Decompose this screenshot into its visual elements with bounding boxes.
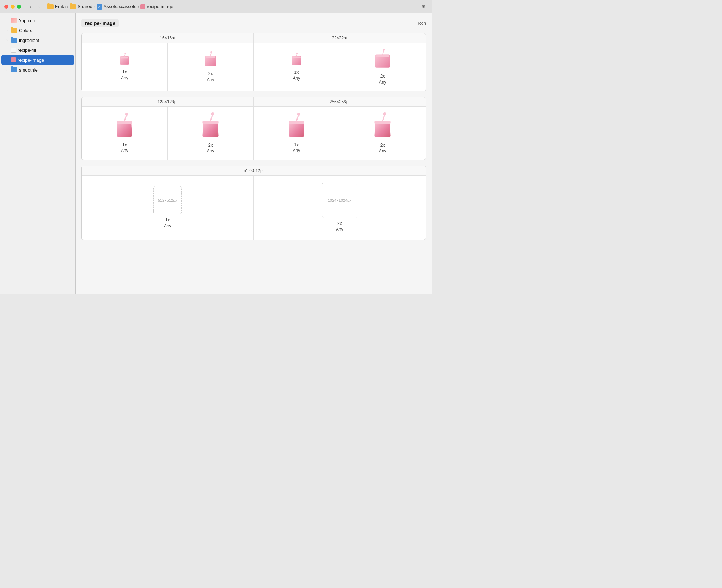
- back-button[interactable]: ‹: [27, 3, 35, 11]
- smoothie-image-7: [286, 113, 307, 139]
- icon-label: Icon: [418, 21, 426, 26]
- image-icon: [140, 4, 145, 9]
- forward-button[interactable]: ›: [35, 3, 43, 11]
- size-labels-row-2: 128×128pt 256×256pt: [82, 97, 426, 107]
- svg-point-17: [383, 49, 385, 51]
- breadcrumb-sep-1: ›: [67, 5, 68, 9]
- folder-icon: [70, 4, 76, 9]
- window-controls: [4, 5, 21, 9]
- xcassets-icon: A: [97, 4, 102, 10]
- sidebar-item-smoothie-label: smoothie: [19, 67, 38, 73]
- svg-point-4: [124, 53, 126, 54]
- nav-arrows: ‹ ›: [27, 3, 43, 11]
- asset-header: recipe-image Icon: [81, 19, 426, 27]
- sidebar-item-smoothie[interactable]: › smoothie: [1, 65, 74, 75]
- breadcrumb-recipe-image-label: recipe-image: [147, 4, 173, 9]
- cell-caption-10: 2xAny: [336, 221, 343, 233]
- grid-cell-1x-16[interactable]: 1xAny: [82, 43, 168, 91]
- grid-cell-1x-256[interactable]: 1xAny: [254, 107, 340, 160]
- size-label-128: 128×128pt: [82, 97, 254, 106]
- placeholder-512: 512×512px: [153, 186, 182, 214]
- breadcrumb-shared-label: Shared: [78, 4, 92, 9]
- svg-point-13: [296, 53, 298, 54]
- grid-view-icon[interactable]: ⊞: [420, 3, 427, 11]
- cell-caption-2: 2xAny: [207, 71, 214, 83]
- grid-cell-1x-128[interactable]: 1xAny: [82, 107, 168, 160]
- grid-cell-2x-512[interactable]: 1024×1024px 2xAny: [254, 176, 426, 240]
- size-label-512: 512×512pt: [82, 166, 426, 176]
- recipe-fill-thumbnail: [11, 48, 16, 53]
- grid-row-1: 1xAny: [82, 43, 426, 91]
- svg-line-3: [124, 54, 125, 57]
- breadcrumb-fruta[interactable]: Fruta: [47, 4, 66, 9]
- folder-icon: [47, 4, 54, 9]
- sidebar-item-recipe-image-label: recipe-image: [18, 57, 44, 63]
- breadcrumb-sep-2: ›: [94, 5, 95, 9]
- sidebar: › AppIcon › Colors › ingredient › recipe…: [0, 13, 76, 294]
- cell-caption-5: 1xAny: [121, 142, 128, 154]
- minimize-button[interactable]: [11, 5, 15, 9]
- sidebar-item-recipe-image[interactable]: › recipe-image: [1, 55, 74, 65]
- appicon-thumbnail: [11, 18, 17, 23]
- svg-point-9: [210, 51, 212, 53]
- cell-caption-9: 1xAny: [164, 217, 171, 229]
- smoothie-folder-icon: [11, 67, 17, 72]
- expand-arrow-smoothie: ›: [5, 68, 9, 72]
- size-label-32: 32×32pt: [254, 33, 426, 43]
- svg-rect-15: [376, 55, 389, 57]
- smoothie-image-4: [374, 49, 391, 71]
- smoothie-image-3: [291, 53, 302, 67]
- grid-cell-2x-128[interactable]: 2xAny: [168, 107, 254, 160]
- svg-line-12: [296, 54, 297, 56]
- breadcrumb-recipe-image[interactable]: recipe-image: [140, 4, 173, 9]
- breadcrumb-xcassets[interactable]: A Assets.xcassets: [97, 4, 136, 10]
- size-label-256: 256×256pt: [254, 97, 426, 106]
- svg-line-16: [383, 50, 384, 54]
- colors-folder-icon: [11, 28, 17, 33]
- smoothie-image-5: [114, 113, 135, 139]
- cell-caption-6: 2xAny: [207, 142, 214, 154]
- cell-caption-4: 2xAny: [379, 73, 386, 85]
- smoothie-image-8: [372, 112, 393, 140]
- breadcrumb-sep-3: ›: [138, 5, 139, 9]
- sidebar-item-recipe-fill-label: recipe-fill: [18, 48, 36, 53]
- grid-cell-1x-32[interactable]: 1xAny: [254, 43, 340, 91]
- grid-cell-1x-512[interactable]: 512×512px 1xAny: [82, 176, 254, 240]
- svg-rect-11: [292, 57, 300, 58]
- grid-cell-2x-16[interactable]: 2xAny: [168, 43, 254, 91]
- titlebar: ‹ › Fruta › Shared › A Assets.xcassets ›…: [0, 0, 432, 13]
- maximize-button[interactable]: [17, 5, 21, 9]
- sidebar-item-recipe-fill[interactable]: › recipe-fill: [1, 45, 74, 55]
- grid-row-3: 512×512px 1xAny 1024×1024px 2xAny: [82, 176, 426, 240]
- cell-caption-3: 1xAny: [293, 69, 300, 81]
- placeholder-1024: 1024×1024px: [322, 183, 357, 218]
- sidebar-item-colors[interactable]: › Colors: [1, 25, 74, 35]
- sidebar-item-ingredient-label: ingredient: [19, 38, 39, 43]
- ingredient-folder-icon: [11, 38, 17, 43]
- cell-caption-7: 1xAny: [293, 142, 300, 154]
- grid-cell-2x-32[interactable]: 2xAny: [339, 43, 426, 91]
- svg-point-20: [125, 113, 128, 116]
- breadcrumb-shared[interactable]: Shared: [70, 4, 92, 9]
- titlebar-right: ⊞: [420, 3, 427, 11]
- grid-cell-2x-256[interactable]: 2xAny: [339, 107, 426, 160]
- breadcrumb-fruta-label: Fruta: [55, 4, 66, 9]
- recipe-image-thumbnail: [11, 57, 16, 62]
- asset-title: recipe-image: [81, 19, 119, 27]
- svg-rect-7: [206, 56, 215, 58]
- sidebar-item-appicon[interactable]: › AppIcon: [1, 16, 74, 25]
- sidebar-item-colors-label: Colors: [19, 28, 32, 33]
- sidebar-item-appicon-label: AppIcon: [18, 18, 35, 23]
- grid-section-16-32: 16×16pt 32×32pt: [81, 33, 426, 91]
- svg-line-8: [210, 52, 212, 56]
- cell-caption-8: 2xAny: [379, 142, 386, 154]
- smoothie-image-2: [204, 51, 217, 68]
- breadcrumb: Fruta › Shared › A Assets.xcassets › rec…: [47, 4, 173, 10]
- smoothie-image-6: [200, 112, 221, 140]
- size-labels-row-1: 16×16pt 32×32pt: [82, 33, 426, 43]
- close-button[interactable]: [4, 5, 8, 9]
- svg-point-29: [383, 112, 386, 115]
- content-area: recipe-image Icon 16×16pt 32×32pt: [76, 13, 432, 294]
- smoothie-image-1: [119, 53, 130, 66]
- sidebar-item-ingredient[interactable]: › ingredient: [1, 35, 74, 45]
